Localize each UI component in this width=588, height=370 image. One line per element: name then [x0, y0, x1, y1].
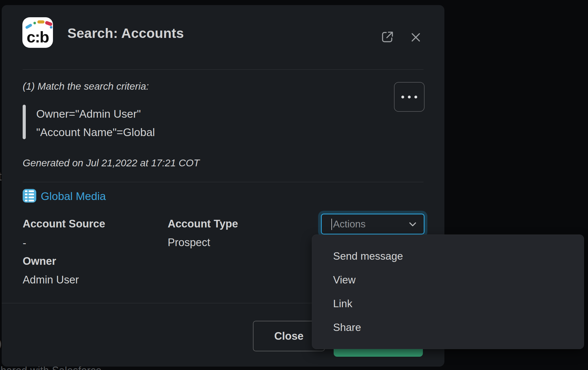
field-value-owner: Admin User [23, 274, 79, 286]
criteria-line: "Account Name"=Global [36, 123, 155, 141]
header-divider [23, 69, 423, 70]
criteria-line: Owner="Admin User" [36, 105, 155, 123]
ellipsis-dot [414, 96, 417, 98]
generated-timestamp: Generated on Jul 21,2022 at 17:21 COT [23, 157, 200, 169]
actions-dropdown[interactable]: Actions [321, 214, 425, 235]
logo-arc-dot [33, 22, 36, 24]
record-list-icon [23, 189, 36, 203]
criteria-heading: (1) Match the search criteria: [23, 81, 149, 92]
open-external-icon[interactable] [380, 29, 395, 44]
modal-title: Search: Accounts [67, 25, 184, 41]
ellipsis-dot [408, 96, 411, 98]
app-logo-icon: c:b [22, 17, 53, 48]
chevron-down-icon [408, 221, 417, 229]
close-icon[interactable] [410, 31, 422, 44]
logo-arc-dash [37, 20, 44, 23]
actions-menu: Send message View Link Share [312, 235, 584, 349]
background-edge-fragment: t [0, 170, 2, 183]
field-value-account-type: Prospect [168, 236, 210, 249]
field-label-owner: Owner [23, 255, 56, 267]
screen: hared with Salesforce... t ) c:b Search:… [0, 0, 588, 370]
blockquote-bar [23, 105, 26, 139]
record-link-global-media[interactable]: Global Media [41, 190, 106, 203]
menu-item-link[interactable]: Link [312, 292, 584, 316]
close-button-label: Close [274, 330, 303, 342]
field-label-account-type: Account Type [168, 218, 238, 230]
menu-item-view[interactable]: View [312, 268, 584, 292]
field-label-account-source: Account Source [23, 218, 105, 230]
logo-text: c:b [22, 28, 53, 46]
text-cursor [331, 219, 332, 230]
field-value-account-source: - [23, 237, 26, 249]
criteria-blockquote: Owner="Admin User" "Account Name"=Global [36, 105, 155, 141]
logo-arc-dash [45, 21, 53, 26]
ellipsis-dot [401, 96, 404, 98]
section-divider [23, 182, 423, 182]
more-options-button[interactable] [394, 82, 425, 112]
menu-item-send-message[interactable]: Send message [312, 244, 584, 268]
menu-item-share[interactable]: Share [312, 316, 584, 339]
actions-dropdown-value: Actions [333, 218, 366, 230]
